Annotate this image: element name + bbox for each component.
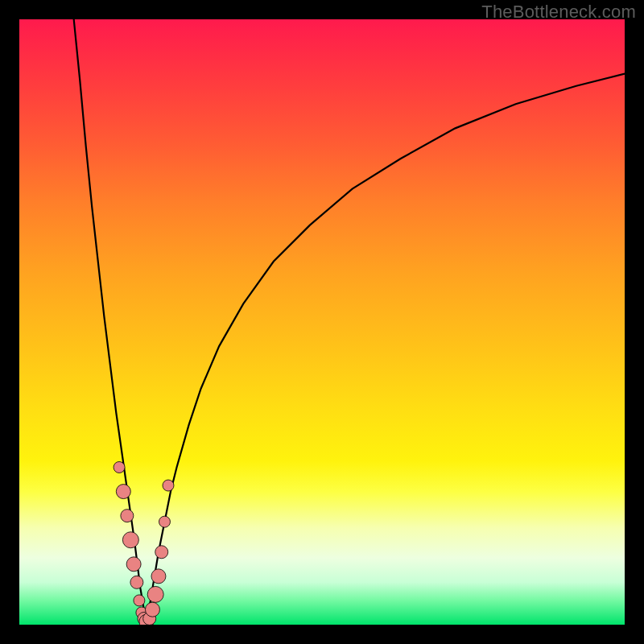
vertex-marker [143, 612, 156, 625]
vertex-marker [145, 602, 159, 617]
vertex-marker [155, 546, 168, 559]
vertex-marker [163, 480, 174, 491]
vertex-marker [116, 485, 130, 499]
plot-area [19, 19, 625, 625]
vertex-marker [138, 612, 151, 625]
vertex-marker [147, 586, 163, 602]
vertex-marker [134, 595, 145, 606]
vertex-marker [136, 607, 147, 618]
chart-frame: TheBottleneck.com [0, 0, 644, 644]
vertex-marker [130, 576, 143, 588]
vertex-marker [114, 461, 125, 473]
vertex-marker [121, 510, 134, 522]
chart-svg [19, 19, 625, 625]
vertex-marker [151, 569, 166, 584]
watermark-text: TheBottleneck.com [481, 2, 636, 23]
vertex-marker [159, 516, 170, 527]
vertex-marker [126, 557, 141, 572]
curve-right-branch [147, 74, 625, 625]
vertex-marker [122, 532, 138, 548]
curve-left-branch [74, 19, 147, 625]
vertex-markers [114, 461, 174, 625]
vertex-marker [139, 614, 154, 625]
